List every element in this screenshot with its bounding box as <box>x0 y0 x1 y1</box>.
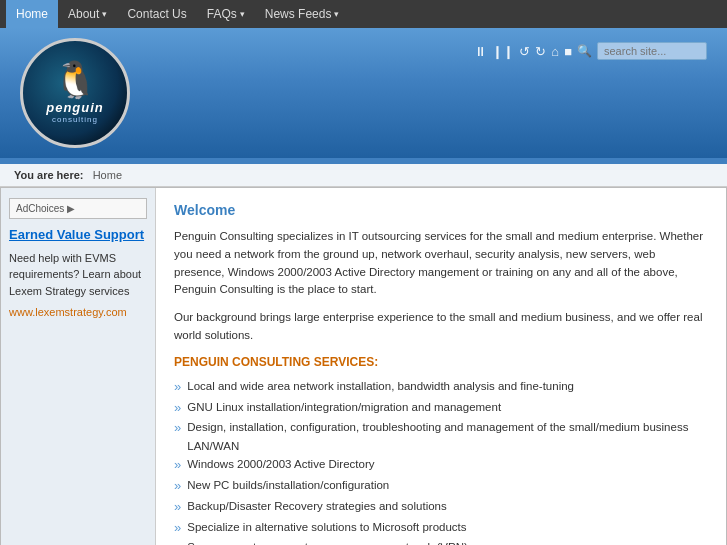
bullet-icon: » <box>174 398 181 419</box>
ad-play-icon: ▶ <box>67 203 75 214</box>
bullet-icon: » <box>174 518 181 539</box>
nav-item-about[interactable]: About▾ <box>58 0 117 28</box>
logo: 🐧 penguin consulting <box>20 38 130 148</box>
navbar: HomeAbout▾Contact UsFAQs▾News Feeds▾ <box>0 0 727 28</box>
header-toolbar: ⏸ ❙❙ ↺ ↻ ⌂ ■ 🔍 <box>474 42 707 60</box>
nav-item-news-feeds[interactable]: News Feeds▾ <box>255 0 350 28</box>
breadcrumb: You are here: Home <box>0 164 727 187</box>
search-icon[interactable]: 🔍 <box>577 44 592 58</box>
welcome-title: Welcome <box>174 202 708 218</box>
list-item: »Backup/Disaster Recovery strategies and… <box>174 497 708 518</box>
logo-text-consulting: consulting <box>52 115 98 124</box>
nav-item-home[interactable]: Home <box>6 0 58 28</box>
breadcrumb-label: You are here: <box>14 169 84 181</box>
list-item: »Local and wide area network installatio… <box>174 377 708 398</box>
chevron-down-icon: ▾ <box>240 9 245 19</box>
chevron-down-icon: ▾ <box>334 9 339 19</box>
list-item: »Design, installation, configuration, tr… <box>174 418 708 455</box>
services-list: »Local and wide area network installatio… <box>174 377 708 545</box>
sidebar: AdChoices ▶ Earned Value Support Need he… <box>1 188 156 545</box>
list-item: »New PC builds/installation/configuratio… <box>174 476 708 497</box>
penguin-icon: 🐧 <box>53 62 98 98</box>
list-item: »Specialize in alternative solutions to … <box>174 518 708 539</box>
sidebar-promo-body: Need help with EVMS requirements? Learn … <box>9 250 147 300</box>
search-input[interactable] <box>597 42 707 60</box>
services-title: PENGUIN CONSULTING SERVICES: <box>174 355 708 369</box>
bullet-icon: » <box>174 538 181 545</box>
step-icon[interactable]: ❙❙ <box>492 44 514 59</box>
ad-choices-box: AdChoices ▶ <box>9 198 147 219</box>
bullet-icon: » <box>174 476 181 497</box>
sidebar-promo-link[interactable]: www.lexemstrategy.com <box>9 306 127 318</box>
bullet-icon: » <box>174 418 181 439</box>
logo-text-penguin: penguin <box>46 100 104 115</box>
rewind-icon[interactable]: ↺ <box>519 44 530 59</box>
sidebar-promo-title[interactable]: Earned Value Support <box>9 227 147 244</box>
home-icon[interactable]: ⌂ <box>551 44 559 59</box>
ad-choices-label: AdChoices <box>16 203 64 214</box>
intro-paragraph-1: Penguin Consulting specializes in IT out… <box>174 228 708 299</box>
main-layout: AdChoices ▶ Earned Value Support Need he… <box>0 187 727 545</box>
forward-icon[interactable]: ↻ <box>535 44 546 59</box>
main-content: Welcome Penguin Consulting specializes i… <box>156 188 726 545</box>
list-item: »Secure remote access to your company ne… <box>174 538 708 545</box>
nav-item-contact-us[interactable]: Contact Us <box>117 0 196 28</box>
nav-item-faqs[interactable]: FAQs▾ <box>197 0 255 28</box>
pause-icon[interactable]: ⏸ <box>474 44 487 59</box>
bullet-icon: » <box>174 455 181 476</box>
list-item: »Windows 2000/2003 Active Directory <box>174 455 708 476</box>
list-item: »GNU Linux installation/integration/migr… <box>174 398 708 419</box>
chevron-down-icon: ▾ <box>102 9 107 19</box>
intro-paragraph-2: Our background brings large enterprise e… <box>174 309 708 345</box>
site-header: 🐧 penguin consulting ⏸ ❙❙ ↺ ↻ ⌂ ■ 🔍 <box>0 28 727 158</box>
stop-icon[interactable]: ■ <box>564 44 572 59</box>
bullet-icon: » <box>174 377 181 398</box>
breadcrumb-path: Home <box>93 169 122 181</box>
bullet-icon: » <box>174 497 181 518</box>
